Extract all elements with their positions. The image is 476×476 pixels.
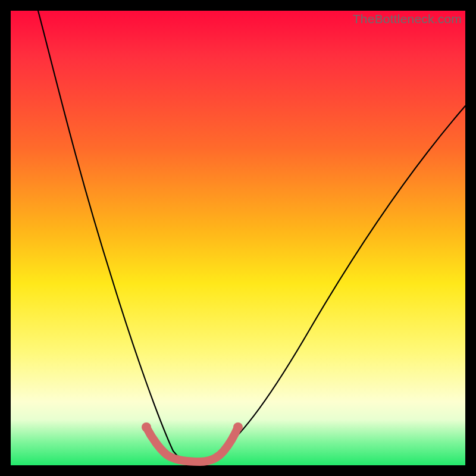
- bottleneck-curve: [38, 11, 465, 460]
- optimal-region-right-cap: [233, 422, 243, 432]
- plot-area: TheBottleneck.com: [11, 11, 465, 465]
- chart-svg: [11, 11, 465, 465]
- optimal-region-left-cap: [142, 422, 151, 432]
- chart-frame: TheBottleneck.com: [0, 0, 476, 476]
- optimal-flat-region: [146, 427, 238, 462]
